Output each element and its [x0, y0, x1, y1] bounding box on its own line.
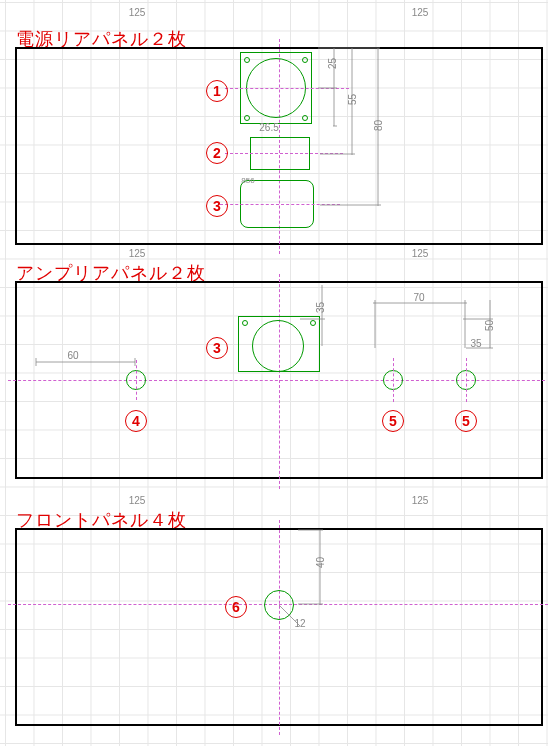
dim-40: 40 — [315, 553, 326, 573]
dim-12: 12 — [291, 618, 309, 629]
p3-dims-svg — [0, 0, 548, 746]
drawing-stage: 電源リアパネル２枚 125 125 1 2 3 25 55 80 26.5 85… — [0, 0, 548, 746]
